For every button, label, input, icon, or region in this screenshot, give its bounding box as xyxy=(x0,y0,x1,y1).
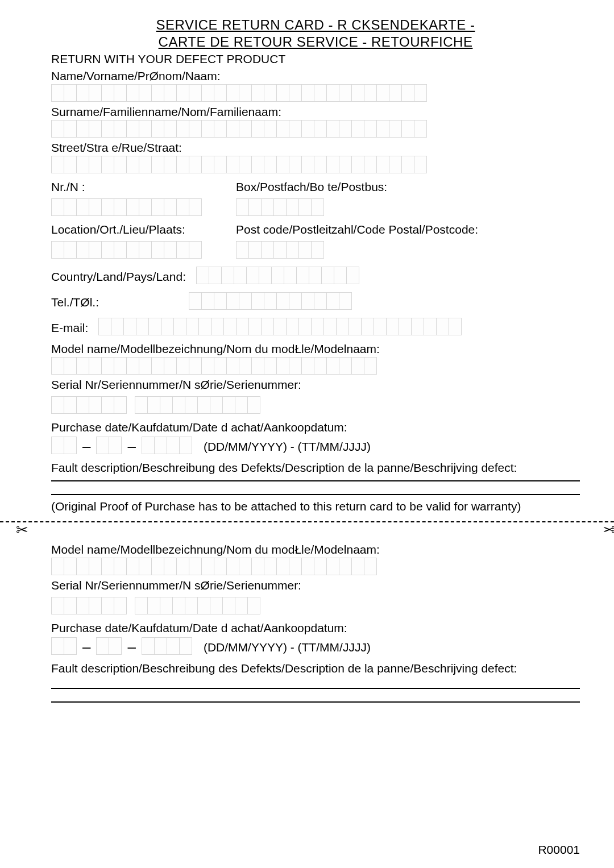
label-model: Model name/Modellbezeichnung/Nom du modŁ… xyxy=(51,342,580,356)
label-fault-2: Fault description/Beschreibung des Defek… xyxy=(51,662,580,675)
title-line-1: SERVICE RETURN CARD - R CKSENDEKARTE - xyxy=(51,17,580,33)
fault-line-2[interactable] xyxy=(51,494,580,495)
input-date2-mm[interactable] xyxy=(96,637,122,655)
input-serial-b[interactable] xyxy=(135,396,260,414)
label-fault: Fault description/Beschreibung des Defek… xyxy=(51,461,580,475)
label-location: Location/Ort./Lieu/Plaats: xyxy=(51,223,202,236)
input-model[interactable] xyxy=(51,357,377,375)
label-purchase: Purchase date/Kaufdatum/Date d achat/Aan… xyxy=(51,421,580,434)
scissor-left-icon: ✂ xyxy=(16,521,28,539)
label-serial: Serial Nr/Seriennummer/N sØrie/Serienumm… xyxy=(51,378,580,392)
input-street[interactable] xyxy=(51,156,427,173)
input-country[interactable] xyxy=(196,267,359,284)
label-postcode: Post code/Postleitzahl/Code Postal/Postc… xyxy=(236,223,580,236)
date-format-hint-2: (DD/MM/YYYY) - (TT/MM/JJJJ) xyxy=(204,641,371,654)
input-serial-a[interactable] xyxy=(51,396,127,414)
footer-code: R00001 xyxy=(538,843,580,857)
label-name: Name/Vorname/PrØnom/Naam: xyxy=(51,69,580,83)
label-box: Box/Postfach/Bo te/Postbus: xyxy=(236,180,580,194)
title-line-2: CARTE DE RETOUR SERVICE - RETOURFICHE xyxy=(51,34,580,50)
label-street: Street/Stra e/Rue/Straat: xyxy=(51,141,580,155)
input-serial2-a[interactable] xyxy=(51,597,127,614)
input-box[interactable] xyxy=(236,198,324,216)
input-model-2[interactable] xyxy=(51,558,377,575)
date-dash-1: – xyxy=(81,438,92,455)
input-nr[interactable] xyxy=(51,198,202,216)
label-purchase-2: Purchase date/Kaufdatum/Date d achat/Aan… xyxy=(51,621,580,635)
label-serial-2: Serial Nr/Seriennummer/N sØrie/Serienumm… xyxy=(51,579,580,592)
date-dash-2: – xyxy=(126,438,136,455)
input-date2-yyyy[interactable] xyxy=(142,637,192,655)
input-surname[interactable] xyxy=(51,120,427,138)
label-nr: Nr./N : xyxy=(51,180,202,194)
input-date2-dd[interactable] xyxy=(51,637,77,655)
input-tel[interactable] xyxy=(189,292,352,310)
fault2-line-1[interactable] xyxy=(51,688,580,689)
input-date-yyyy[interactable] xyxy=(142,437,192,454)
input-serial2-b[interactable] xyxy=(135,597,260,614)
input-location[interactable] xyxy=(51,241,202,259)
date2-dash-1: – xyxy=(81,638,92,656)
label-country: Country/Land/Pays/Land: xyxy=(51,270,186,284)
date2-dash-2: – xyxy=(126,638,136,656)
cut-line: ✂ ✂ xyxy=(0,521,614,538)
fault2-line-2[interactable] xyxy=(51,701,580,703)
label-model-2: Model name/Modellbezeichnung/Nom du modŁ… xyxy=(51,543,580,556)
label-surname: Surname/Familienname/Nom/Familienaam: xyxy=(51,105,580,119)
input-date-mm[interactable] xyxy=(96,437,122,454)
label-email: E-mail: xyxy=(51,321,88,335)
fault-line-1[interactable] xyxy=(51,480,580,481)
input-name[interactable] xyxy=(51,84,427,102)
input-date-dd[interactable] xyxy=(51,437,77,454)
label-tel: Tel./TØl.: xyxy=(51,296,99,309)
input-email[interactable] xyxy=(98,318,462,335)
date-format-hint: (DD/MM/YYYY) - (TT/MM/JJJJ) xyxy=(204,440,371,454)
input-postcode[interactable] xyxy=(236,241,324,259)
subtitle: RETURN WITH YOUR DEFECT PRODUCT xyxy=(51,52,580,66)
scissor-right-icon: ✂ xyxy=(603,521,614,539)
proof-note: (Original Proof of Purchase has to be at… xyxy=(51,500,580,513)
